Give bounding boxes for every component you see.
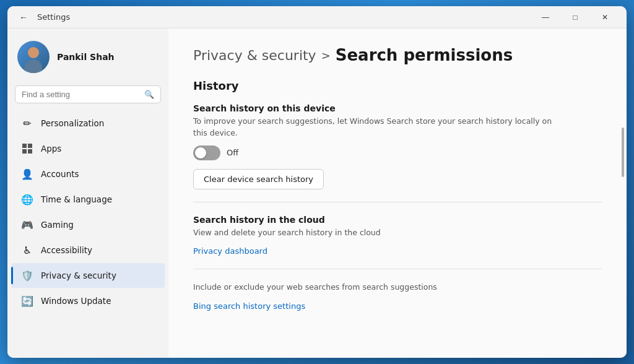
privacy-security-icon: 🛡️ (21, 269, 33, 282)
sidebar: Pankil Shah 🔍 ✏️ Personalization (7, 28, 168, 358)
search-history-device-item: Search history on this device To improve… (193, 103, 602, 189)
svg-rect-3 (28, 149, 32, 154)
nav-time-language-wrapper: 🌐 Time & language (7, 187, 168, 212)
sidebar-item-gaming[interactable]: 🎮 Gaming (11, 212, 165, 237)
nav-privacy-security-wrapper: 🛡️ Privacy & security (7, 263, 168, 288)
breadcrumb-separator: > (321, 49, 331, 62)
user-name: Pankil Shah (57, 52, 115, 62)
svg-rect-1 (28, 144, 32, 148)
cloud-section-label: Search history in the cloud (193, 215, 602, 225)
nav-gaming-wrapper: 🎮 Gaming (7, 212, 168, 237)
personalization-icon: ✏️ (21, 117, 33, 129)
toggle-thumb (195, 147, 206, 158)
search-history-device-label: Search history on this device (193, 103, 602, 113)
sidebar-item-privacy-security[interactable]: 🛡️ Privacy & security (11, 263, 165, 288)
title-bar: ← Settings — □ ✕ (7, 6, 627, 28)
bing-search-history-settings-link[interactable]: Bing search history settings (193, 301, 305, 311)
sidebar-item-label: Accessibility (41, 245, 92, 255)
breadcrumb: Privacy & security > Search permissions (193, 46, 602, 64)
search-icon: 🔍 (144, 90, 154, 99)
settings-window: ← Settings — □ ✕ Pankil Shah (7, 6, 627, 358)
gaming-icon: 🎮 (21, 219, 33, 231)
svg-rect-2 (22, 149, 27, 154)
cloud-search-history-item: Search history in the cloud View and del… (193, 215, 602, 257)
sidebar-item-label: Apps (41, 144, 61, 154)
avatar-head (28, 47, 39, 58)
nav-windows-update-wrapper: 🔄 Windows Update (7, 288, 168, 313)
nav-accounts-wrapper: 👤 Accounts (7, 162, 168, 186)
minimize-button[interactable]: — (531, 7, 560, 27)
cloud-desc: View and delete your search history in t… (193, 227, 552, 239)
sidebar-item-label: Time & language (41, 194, 112, 204)
nav-apps-wrapper: Apps (7, 136, 168, 161)
back-button[interactable]: ← (15, 9, 32, 26)
web-search-item: Include or exclude your web searches fro… (193, 282, 602, 311)
main-panel: Privacy & security > Search permissions … (168, 28, 627, 358)
avatar-body (25, 59, 42, 73)
active-indicator (11, 267, 13, 284)
accounts-icon: 👤 (21, 168, 33, 180)
section-divider-2 (193, 269, 602, 269)
search-history-device-desc: To improve your search suggestions, let … (193, 116, 552, 139)
user-profile: Pankil Shah (7, 36, 168, 83)
apps-icon (21, 142, 33, 155)
sidebar-item-personalization[interactable]: ✏️ Personalization (11, 111, 165, 136)
breadcrumb-parent: Privacy & security (193, 48, 316, 63)
sidebar-item-label: Personalization (41, 118, 104, 128)
sidebar-item-label: Gaming (41, 220, 74, 230)
window-controls: — □ ✕ (531, 7, 619, 27)
section-divider-1 (193, 202, 602, 202)
toggle-row: Off (193, 145, 602, 160)
history-section-title: History (193, 79, 602, 92)
privacy-dashboard-link[interactable]: Privacy dashboard (193, 246, 267, 256)
nav-personalization-wrapper: ✏️ Personalization (7, 111, 168, 136)
search-history-toggle[interactable] (193, 145, 220, 160)
sidebar-item-time-language[interactable]: 🌐 Time & language (11, 187, 165, 212)
title-bar-left: ← Settings (15, 9, 531, 26)
avatar (17, 41, 50, 73)
search-box[interactable]: 🔍 (15, 85, 161, 103)
sidebar-item-apps[interactable]: Apps (11, 136, 165, 161)
close-button[interactable]: ✕ (591, 7, 619, 27)
sidebar-item-label: Accounts (41, 169, 79, 179)
app-title: Settings (37, 12, 70, 22)
clear-device-search-history-button[interactable]: Clear device search history (193, 169, 324, 189)
accessibility-icon: ♿ (21, 244, 33, 256)
web-search-desc: Include or exclude your web searches fro… (193, 282, 552, 293)
windows-update-icon: 🔄 (21, 295, 33, 307)
scrollbar-indicator[interactable] (622, 128, 624, 177)
sidebar-item-windows-update[interactable]: 🔄 Windows Update (11, 288, 165, 313)
content-area: Pankil Shah 🔍 ✏️ Personalization (7, 28, 627, 358)
sidebar-item-label: Privacy & security (41, 271, 116, 280)
avatar-figure (22, 46, 45, 73)
maximize-button[interactable]: □ (561, 7, 589, 27)
sidebar-item-label: Windows Update (41, 296, 111, 306)
sidebar-item-accounts[interactable]: 👤 Accounts (11, 162, 165, 186)
svg-rect-0 (22, 144, 27, 148)
sidebar-item-accessibility[interactable]: ♿ Accessibility (11, 238, 165, 262)
toggle-state-label: Off (227, 148, 238, 157)
nav-accessibility-wrapper: ♿ Accessibility (7, 238, 168, 262)
breadcrumb-current: Search permissions (336, 46, 513, 64)
time-language-icon: 🌐 (21, 193, 33, 206)
search-input[interactable] (22, 90, 139, 99)
